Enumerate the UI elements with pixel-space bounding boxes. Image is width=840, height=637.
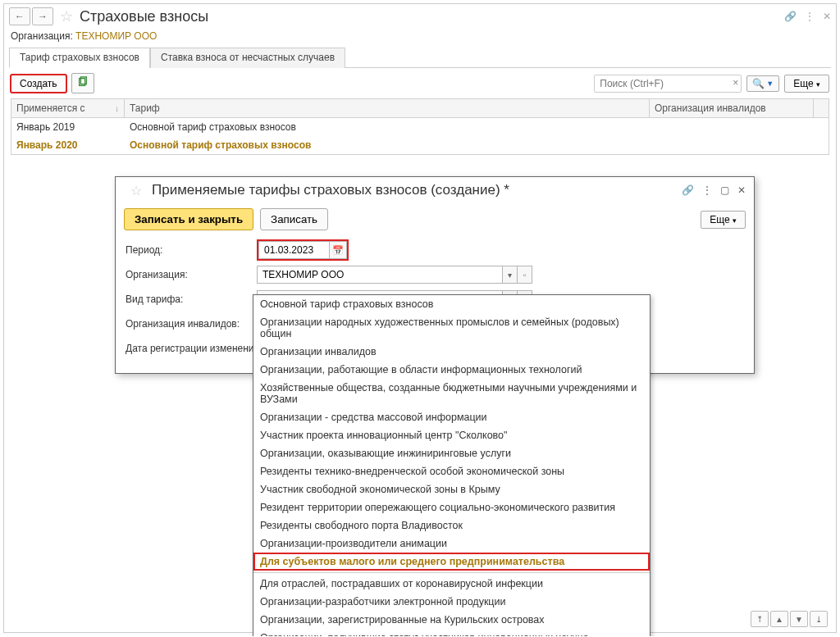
clear-search-icon[interactable]: × <box>733 77 738 89</box>
dropdown-item[interactable]: Участник свободной экономической зоны в … <box>253 480 650 498</box>
dropdown-item[interactable]: Участник проекта инновационный центр "Ск… <box>253 426 650 444</box>
period-input[interactable] <box>258 241 329 259</box>
tariff-type-dropdown: Основной тариф страховых взносовОрганиза… <box>253 294 651 636</box>
close-icon[interactable]: ✕ <box>823 11 831 22</box>
save-button[interactable]: Записать <box>260 208 328 230</box>
col-tariff[interactable]: Тариф <box>125 99 650 117</box>
scroll-up-icon[interactable]: ▲ <box>770 611 788 627</box>
scroll-top-icon[interactable]: ⤒ <box>751 611 769 627</box>
sort-icon[interactable]: ↓ <box>115 104 119 113</box>
table-row[interactable]: Январь 2020 Основной тариф страховых взн… <box>11 136 829 154</box>
tariff-type-label: Вид тарифа: <box>126 293 257 305</box>
favorite-icon[interactable]: ☆ <box>60 7 73 25</box>
favorite-icon[interactable]: ☆ <box>130 183 142 198</box>
copy-button[interactable] <box>71 73 94 93</box>
dropdown-item[interactable]: Организации народных художественных пром… <box>253 313 650 343</box>
back-button[interactable]: ← <box>9 7 30 25</box>
dropdown-item[interactable]: Для субъектов малого или среднего предпр… <box>253 553 650 571</box>
dropdown-item[interactable]: Организации, зарегистрированные на Курил… <box>253 611 650 629</box>
col-applied-from[interactable]: Применяется с <box>16 102 85 114</box>
dropdown-item[interactable]: Основной тариф страховых взносов <box>253 295 650 313</box>
regdate-label: Дата регистрации изменений: <box>126 343 269 354</box>
dropdown-item[interactable]: Организации инвалидов <box>253 343 650 361</box>
org-label: Организация: <box>126 269 257 280</box>
dropdown-item[interactable]: Хозяйственные общества, созданные бюджет… <box>253 379 650 408</box>
link-icon[interactable]: 🔗 <box>784 11 797 22</box>
dropdown-item[interactable]: Организации, получившие статус участнико… <box>253 629 650 636</box>
copy-icon <box>77 76 89 88</box>
dropdown-item[interactable]: Организации, оказывающие инжиниринговые … <box>253 444 650 462</box>
kebab-icon[interactable]: ⋮ <box>702 184 712 196</box>
maximize-icon[interactable]: ▢ <box>720 184 729 196</box>
close-icon[interactable]: ✕ <box>737 184 746 196</box>
open-ref-icon[interactable]: ▫ <box>518 266 532 284</box>
scroll-down-icon[interactable]: ▼ <box>790 611 808 627</box>
tabs: Тариф страховых взносов Ставка взноса от… <box>9 47 831 68</box>
grid: Применяется с↓ Тариф Организация инвалид… <box>11 98 829 155</box>
more-button[interactable]: Еще ▾ <box>784 75 829 93</box>
dialog-title: Применяемые тарифы страховых взносов (со… <box>152 182 509 198</box>
tab-tariff[interactable]: Тариф страховых взносов <box>9 48 150 68</box>
search-input[interactable] <box>594 75 742 93</box>
table-row[interactable]: Январь 2019 Основной тариф страховых взн… <box>11 118 829 136</box>
create-button[interactable]: Создать <box>11 75 66 93</box>
org-label: Организация: <box>11 30 73 42</box>
tab-accident-rate[interactable]: Ставка взноса от несчастных случаев <box>150 48 345 68</box>
org-input[interactable] <box>257 266 503 284</box>
search-menu-button[interactable]: 🔍 ▼ <box>746 75 779 92</box>
dropdown-item[interactable]: Организации-разработчики электронной про… <box>253 593 650 611</box>
dropdown-item[interactable]: Резиденты технико-внедренческой особой э… <box>253 462 650 480</box>
dropdown-item[interactable]: Для отраслей, пострадавших от коронавиру… <box>253 575 650 593</box>
disabled-org-label: Организация инвалидов: <box>126 318 257 330</box>
chevron-down-icon[interactable]: ▾ <box>503 266 518 284</box>
dropdown-item[interactable]: Организации - средства массовой информац… <box>253 408 650 426</box>
calendar-icon[interactable]: 📅 <box>329 241 347 259</box>
col-disabled-org[interactable]: Организация инвалидов <box>650 99 814 117</box>
dropdown-item[interactable]: Резидент территории опережающего социаль… <box>253 498 650 516</box>
period-label: Период: <box>126 244 257 256</box>
kebab-icon[interactable]: ⋮ <box>805 11 815 22</box>
forward-button[interactable]: → <box>32 7 53 25</box>
org-link[interactable]: ТЕХНОМИР ООО <box>75 30 157 42</box>
dropdown-item[interactable]: Организации, работающие в области информ… <box>253 361 650 379</box>
link-icon[interactable]: 🔗 <box>682 184 694 196</box>
dialog-more-button[interactable]: Еще ▾ <box>701 211 746 229</box>
save-close-button[interactable]: Записать и закрыть <box>124 208 253 230</box>
page-title: Страховые взносы <box>80 8 208 25</box>
dropdown-item[interactable]: Организации-производители анимации <box>253 535 650 553</box>
dropdown-item[interactable]: Резиденты свободного порта Владивосток <box>253 516 650 535</box>
scroll-bottom-icon[interactable]: ⤓ <box>810 611 828 627</box>
